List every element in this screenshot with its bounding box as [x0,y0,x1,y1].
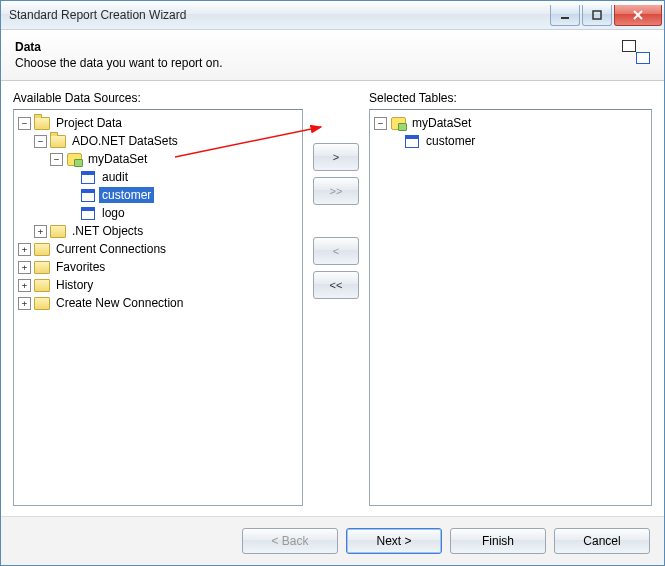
tree-item-create-new-connection[interactable]: + Create New Connection [18,294,300,312]
collapse-icon[interactable]: − [50,153,63,166]
folder-icon [34,278,50,292]
available-label: Available Data Sources: [13,91,303,105]
tree-item-project-data[interactable]: − Project Data [18,114,300,132]
expand-icon[interactable]: + [18,243,31,256]
tree-item-history[interactable]: + History [18,276,300,294]
selected-panel: Selected Tables: − myDataSet [369,87,652,506]
folder-icon [34,296,50,310]
tree-item-logo[interactable]: logo [66,204,300,222]
wizard-body: Available Data Sources: − Project Data [1,81,664,516]
svg-rect-1 [593,11,601,19]
table-icon [80,170,96,184]
titlebar: Standard Report Creation Wizard [1,1,664,30]
collapse-icon[interactable]: − [374,117,387,130]
table-icon [404,134,420,148]
collapse-icon[interactable]: − [18,117,31,130]
back-button[interactable]: < Back [242,528,338,554]
minimize-button[interactable] [550,5,580,26]
dataset-icon [390,116,406,130]
dataset-icon [66,152,82,166]
next-button[interactable]: Next > [346,528,442,554]
table-icon [80,206,96,220]
tree-item-mydataset[interactable]: − myDataSet [374,114,649,132]
tree-item-ado-datasets[interactable]: − ADO.NET DataSets [34,132,300,150]
available-panel: Available Data Sources: − Project Data [13,87,303,506]
tree-item-audit[interactable]: audit [66,168,300,186]
cancel-button[interactable]: Cancel [554,528,650,554]
tree-item-current-connections[interactable]: + Current Connections [18,240,300,258]
tree-item-favorites[interactable]: + Favorites [18,258,300,276]
maximize-button[interactable] [582,5,612,26]
collapse-icon[interactable]: − [34,135,47,148]
folder-icon [34,260,50,274]
folder-icon [34,242,50,256]
folder-icon [50,224,66,238]
tree-item-customer[interactable]: customer [66,186,300,204]
expand-icon[interactable]: + [34,225,47,238]
page-title: Data [15,40,622,54]
remove-button[interactable]: < [313,237,359,265]
tree-item-customer[interactable]: customer [390,132,649,150]
transfer-buttons: > >> < << [303,87,369,506]
folder-icon [34,116,50,130]
expand-icon[interactable]: + [18,297,31,310]
wizard-footer: < Back Next > Finish Cancel [1,516,664,565]
folder-icon [50,134,66,148]
expand-icon[interactable]: + [18,279,31,292]
selected-tree[interactable]: − myDataSet customer [369,109,652,506]
close-button[interactable] [614,5,662,26]
data-icon [622,40,650,64]
available-tree[interactable]: − Project Data − ADO.NET DataSets [13,109,303,506]
finish-button[interactable]: Finish [450,528,546,554]
add-all-button[interactable]: >> [313,177,359,205]
svg-rect-0 [561,17,569,19]
wizard-window: Standard Report Creation Wizard Data Cho… [0,0,665,566]
add-button[interactable]: > [313,143,359,171]
tree-item-net-objects[interactable]: + .NET Objects [34,222,300,240]
window-title: Standard Report Creation Wizard [9,8,548,22]
wizard-header: Data Choose the data you want to report … [1,30,664,81]
expand-icon[interactable]: + [18,261,31,274]
page-subtitle: Choose the data you want to report on. [15,56,622,70]
tree-item-mydataset[interactable]: − myDataSet [50,150,300,168]
selected-label: Selected Tables: [369,91,652,105]
remove-all-button[interactable]: << [313,271,359,299]
table-icon [80,188,96,202]
